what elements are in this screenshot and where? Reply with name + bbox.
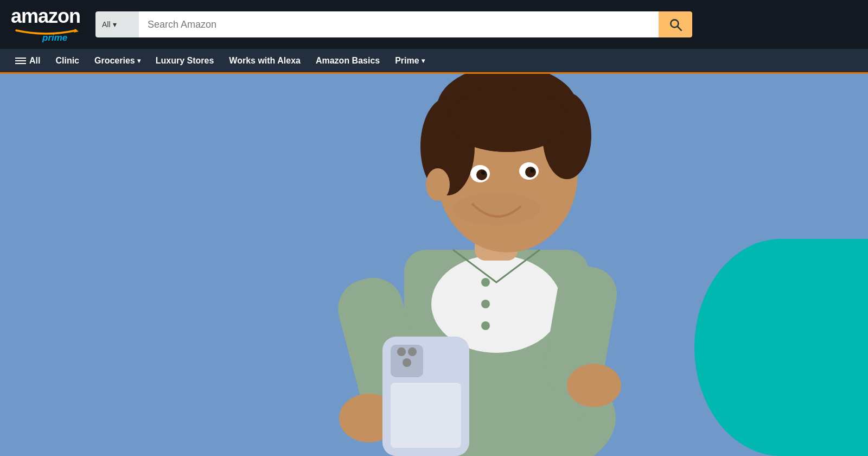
nav-luxury-stores-label: Luxury Stores: [156, 56, 214, 66]
nav-bar: All Clinic Groceries ▾ Luxury Stores Wor…: [0, 49, 868, 74]
svg-point-9: [426, 168, 450, 201]
svg-point-27: [481, 278, 490, 287]
search-input[interactable]: [139, 11, 659, 37]
nav-item-groceries[interactable]: Groceries ▾: [88, 49, 147, 72]
groceries-chevron-icon: ▾: [137, 57, 141, 65]
svg-point-8: [448, 87, 567, 152]
hamburger-icon: [15, 58, 26, 64]
svg-point-28: [481, 300, 490, 308]
nav-item-prime[interactable]: Prime ▾: [388, 49, 431, 72]
prime-chevron-icon: ▾: [422, 57, 425, 65]
svg-rect-26: [391, 383, 461, 448]
search-category-chevron-icon: ▾: [113, 20, 117, 29]
svg-point-16: [453, 193, 540, 225]
search-button[interactable]: [659, 11, 692, 37]
search-icon: [668, 17, 682, 31]
nav-clinic-label: Clinic: [55, 56, 79, 66]
svg-point-23: [397, 347, 406, 356]
nav-item-clinic[interactable]: Clinic: [49, 49, 86, 72]
nav-item-all[interactable]: All: [9, 49, 47, 72]
amazon-logo[interactable]: amazon prime: [11, 5, 81, 43]
header: amazon prime All ▾: [0, 0, 868, 49]
nav-prime-label: Prime: [395, 56, 419, 66]
nav-groceries-label: Groceries: [94, 56, 135, 66]
svg-point-14: [481, 170, 486, 175]
svg-point-13: [525, 167, 536, 178]
svg-marker-30: [74, 29, 79, 33]
svg-point-24: [408, 347, 417, 356]
nav-all-label: All: [29, 56, 40, 66]
nav-works-alexa-label: Works with Alexa: [229, 56, 301, 66]
nav-item-works-with-alexa[interactable]: Works with Alexa: [222, 49, 307, 72]
nav-amazon-basics-label: Amazon Basics: [316, 56, 380, 66]
svg-point-15: [530, 168, 534, 173]
nav-item-amazon-basics[interactable]: Amazon Basics: [309, 49, 386, 72]
amazon-wordmark: amazon: [11, 5, 80, 27]
nav-item-luxury-stores[interactable]: Luxury Stores: [149, 49, 221, 72]
search-category-button[interactable]: All ▾: [95, 11, 139, 37]
search-category-label: All: [102, 20, 111, 29]
svg-point-25: [403, 358, 411, 367]
hero-person: [263, 49, 751, 456]
svg-point-12: [476, 169, 487, 180]
search-bar: All ▾: [95, 11, 692, 37]
prime-label: prime: [42, 33, 67, 43]
svg-point-20: [567, 364, 621, 407]
page-container: amazon prime All ▾: [0, 0, 868, 456]
svg-line-32: [678, 27, 681, 30]
svg-point-29: [481, 321, 490, 330]
